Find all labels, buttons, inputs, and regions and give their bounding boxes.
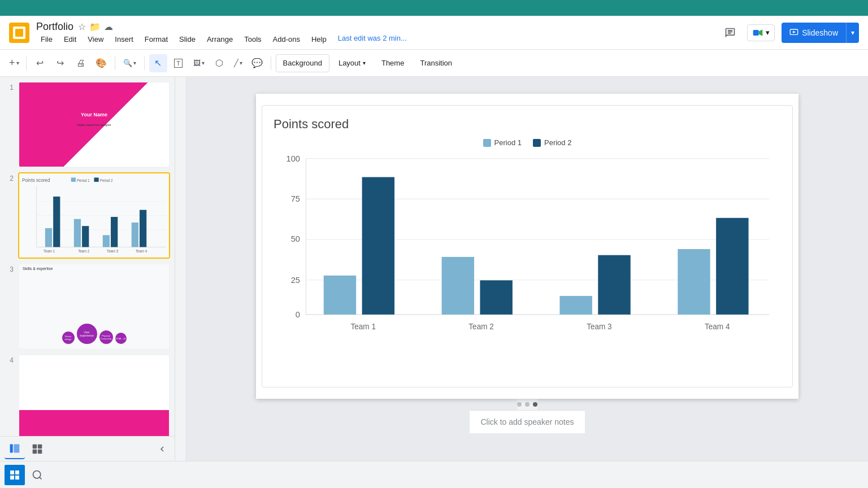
meet-button[interactable]: ▾ (747, 24, 775, 41)
redo-button[interactable]: ↪ (51, 54, 70, 72)
slide-thumb-4: 4 (5, 354, 170, 441)
title-icons: ☆ 📁 ☁ (78, 21, 113, 32)
slide-thumbnail-1[interactable]: Your Name Digital experience designer (18, 81, 170, 168)
folder-icon[interactable]: 📁 (89, 21, 101, 32)
svg-line-52 (40, 477, 42, 479)
zoom-icon: 🔍 (123, 59, 132, 67)
bubble-1: Notion design (62, 332, 75, 344)
comments-button[interactable] (720, 23, 740, 43)
image-dropdown-icon: ▾ (202, 60, 205, 66)
svg-text:Team 1: Team 1 (44, 249, 55, 254)
doc-title[interactable]: Portfolio (36, 21, 73, 33)
menu-help[interactable]: Help (307, 34, 331, 45)
slide-thumbnail-2[interactable]: Points scored Period 1 Period 2 (18, 172, 170, 259)
menu-tools[interactable]: Tools (240, 34, 266, 45)
menu-insert[interactable]: Insert (110, 34, 138, 45)
bubbles-container: Notion design User experience Physical C… (19, 324, 169, 344)
undo-button[interactable]: ↩ (31, 54, 49, 72)
menu-view[interactable]: View (83, 34, 108, 45)
cloud-icon[interactable]: ☁ (104, 21, 113, 32)
slideshow-arrow[interactable]: ▾ (847, 23, 859, 43)
textbox-button[interactable]: T (170, 54, 188, 72)
dot-2[interactable] (525, 402, 530, 407)
thumb-content-2: Points scored Period 1 Period 2 (19, 173, 169, 258)
bar-team4-p1 (678, 249, 710, 315)
thumb-pink-bar (19, 410, 169, 439)
collapse-sidebar-button[interactable] (154, 441, 170, 457)
dot-1[interactable] (517, 402, 522, 407)
zoom-arrow: ▾ (133, 60, 136, 66)
select-tool-button[interactable]: ↖ (149, 54, 167, 72)
slide-thumb-3: 3 Skills & expertise Notion design User … (5, 263, 170, 350)
star-icon[interactable]: ☆ (78, 21, 86, 32)
thumb-text-1: Your Name Digital experience designer (27, 112, 162, 127)
menu-arrange[interactable]: Arrange (202, 34, 237, 45)
layout-label: Layout (338, 59, 361, 67)
background-button[interactable]: Background (276, 54, 329, 72)
menu-format[interactable]: Format (140, 34, 172, 45)
menu-addons[interactable]: Add-ons (268, 34, 305, 45)
add-dropdown-icon: ▾ (16, 60, 19, 66)
redo-icon: ↪ (57, 58, 64, 68)
dot-3[interactable] (533, 402, 537, 407)
svg-rect-14 (45, 228, 52, 247)
comment-icon: 💬 (251, 58, 263, 68)
ruler-vertical (175, 77, 186, 488)
comments-icon (724, 27, 736, 38)
slide-thumbnail-3[interactable]: Skills & expertise Notion design User ex… (18, 263, 170, 350)
menu-edit[interactable]: Edit (59, 34, 81, 45)
print-button[interactable]: 🖨 (72, 54, 90, 72)
paint-format-button[interactable]: 🎨 (92, 54, 110, 72)
last-edit-link[interactable]: Last edit was 2 min... (338, 34, 407, 45)
menu-slide[interactable]: Slide (175, 34, 200, 45)
svg-rect-17 (82, 226, 89, 247)
layout-button[interactable]: Layout ▾ (332, 54, 372, 72)
svg-rect-49 (10, 476, 14, 480)
taskbar (0, 461, 868, 488)
svg-rect-18 (103, 235, 110, 247)
legend-label-2: Period 2 (544, 138, 571, 147)
slide-num-1: 1 (5, 81, 14, 91)
comment-button[interactable]: 💬 (248, 54, 266, 72)
svg-rect-50 (15, 476, 19, 480)
svg-rect-0 (753, 30, 759, 36)
menu-file[interactable]: File (36, 34, 57, 45)
top-bar (0, 0, 868, 16)
svg-text:Team 3: Team 3 (107, 249, 118, 254)
svg-text:Team 3: Team 3 (587, 323, 612, 331)
speaker-notes[interactable]: Click to add speaker notes (470, 410, 585, 433)
legend-dot-2 (533, 139, 541, 147)
header-right: ▾ Slideshow ▾ (720, 23, 859, 43)
grid-icon (32, 443, 43, 455)
svg-rect-44 (38, 444, 42, 448)
image-button[interactable]: 🖼 ▾ (190, 54, 208, 72)
add-slide-button[interactable]: + ▾ (7, 54, 21, 72)
theme-button[interactable]: Theme (375, 54, 411, 72)
start-button[interactable] (5, 465, 25, 485)
svg-rect-15 (53, 197, 60, 247)
line-button[interactable]: ╱ ▾ (231, 54, 246, 72)
filmstrip-view-button[interactable] (5, 439, 25, 459)
grid-view-button[interactable] (27, 439, 47, 459)
slide-panel: 1 Your Name Digital experience designer … (0, 77, 175, 488)
thumb-content-4 (19, 355, 169, 439)
chart-container: Points scored Period 1 Period 2 (262, 105, 793, 387)
slide-thumbnail-4[interactable] (18, 354, 170, 441)
taskbar-search[interactable] (28, 466, 46, 484)
bar-team2-p2 (480, 280, 512, 315)
svg-text:Period 1: Period 1 (77, 178, 90, 182)
slideshow-main[interactable]: Slideshow (782, 23, 847, 43)
svg-text:Team 2: Team 2 (468, 323, 493, 331)
zoom-button[interactable]: 🔍 ▾ (120, 54, 140, 72)
toolbar: + ▾ ↩ ↪ 🖨 🎨 🔍 ▾ ↖ T 🖼 ▾ ⬡ ╱ ▾ (0, 50, 868, 77)
svg-rect-7 (94, 178, 99, 182)
slideshow-button[interactable]: Slideshow ▾ (782, 23, 859, 43)
layout-arrow: ▾ (363, 60, 366, 66)
ruler-horizontal (198, 88, 857, 94)
svg-marker-3 (793, 30, 796, 33)
shape-button[interactable]: ⬡ (210, 54, 228, 72)
transition-button[interactable]: Transition (413, 54, 459, 72)
bar-team3-p1 (559, 296, 592, 315)
chart-legend: Period 1 Period 2 (274, 138, 781, 147)
slide-canvas[interactable]: Points scored Period 1 Period 2 (256, 94, 798, 399)
